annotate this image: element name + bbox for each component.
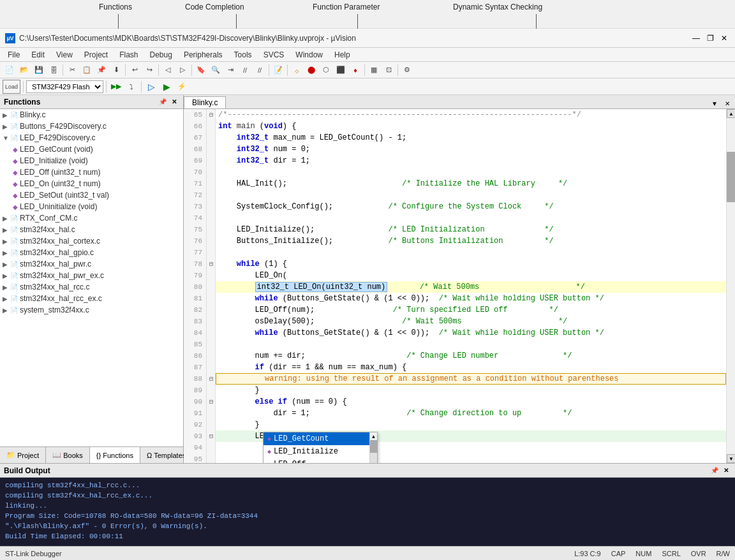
nav-back-btn[interactable]: ◁ (161, 63, 175, 77)
tree-item-hal-rcc[interactable]: ▶ 📄 stm32f4xx_hal_rcc.c (0, 281, 183, 293)
code-vertical-scrollbar[interactable]: ▲ ▼ (726, 109, 735, 463)
tree-item-led-on[interactable]: ◆ LED_On (uint32_t num) (0, 178, 183, 189)
app-icon: µV (5, 33, 15, 43)
open-file-btn[interactable]: 📂 (17, 63, 31, 77)
tree-item-rtx[interactable]: ▶ 📄 RTX_Conf_CM.c (0, 212, 183, 224)
magic-btn[interactable]: ⚡ (175, 80, 189, 94)
step-btn[interactable]: ⤵ (124, 80, 138, 94)
target-dropdown[interactable]: STM32F429 Flash (26, 80, 103, 93)
close-button[interactable]: ✕ (718, 33, 730, 44)
tree-item-hal-gpio[interactable]: ▶ 📄 stm32f4xx_hal_gpio.c (0, 247, 183, 258)
ln-82: 82 (188, 304, 202, 316)
tree-item-led-uninit[interactable]: ◆ LED_Uninitialize (void) (0, 201, 183, 212)
tree-item-hal-pwr-ex[interactable]: ▶ 📄 stm32f4xx_hal_pwr_ex.c (0, 270, 183, 281)
tree-item-hal[interactable]: ▶ 📄 stm32f4xx_hal.c (0, 224, 183, 235)
ln-88: 88 (188, 373, 202, 385)
tree-item-hal-cortex[interactable]: ▶ 📄 stm32f4xx_hal_cortex.c (0, 235, 183, 247)
tree-item-led-getcount[interactable]: ◆ LED_GetCount (void) (0, 144, 183, 155)
tree-item-led-setout[interactable]: ◆ LED_SetOut (uint32_t val) (0, 189, 183, 201)
build2-btn[interactable]: ⬤ (304, 63, 318, 77)
build-output-content[interactable]: compiling stm32f4xx_hal_rcc.c... compili… (0, 478, 735, 546)
comment-btn[interactable]: // (238, 63, 252, 77)
redo-btn[interactable]: ↪ (142, 63, 156, 77)
tree-item-label: LED_F429Discovery.c (20, 133, 96, 142)
settings-btn[interactable]: ⚙ (400, 63, 414, 77)
tree-item-buttons[interactable]: ▶ 📄 Buttons_F429Discovery.c (0, 121, 183, 132)
bookmark-btn[interactable]: 🔖 (194, 63, 208, 77)
ac-icon: ◆ (267, 461, 271, 463)
find-btn[interactable]: 🔍 (209, 63, 223, 77)
build1-btn[interactable]: ⬦ (290, 63, 304, 77)
save-all-btn[interactable]: 🗄 (47, 63, 61, 77)
menu-project[interactable]: Project (79, 49, 113, 61)
build-close-btn[interactable]: ✕ (721, 466, 731, 476)
tree-item-hal-rcc-ex[interactable]: ▶ 📄 stm32f4xx_hal_rcc_ex.c (0, 293, 183, 304)
view1-btn[interactable]: ▦ (367, 63, 381, 77)
code-editor[interactable]: 65 66 67 68 69 70 71 72 73 74 75 76 (184, 109, 726, 463)
run-btn[interactable]: ▶▶ (109, 80, 123, 94)
tree-item-blinky[interactable]: ▶ 📄 Blinky.c (0, 109, 183, 121)
tree-item-label: stm32f4xx_hal_rcc.c (20, 283, 89, 291)
menu-svcs[interactable]: SVCS (258, 49, 290, 61)
copy-btn[interactable]: 📋 (80, 63, 94, 77)
cut-btn[interactable]: ✂ (65, 63, 79, 77)
code-content[interactable]: /*--------------------------------------… (216, 109, 726, 463)
ac-scrollbar[interactable]: ▲ ▼ (369, 432, 377, 463)
paste-btn[interactable]: 📌 (94, 63, 108, 77)
debug-start-btn[interactable]: ▷ (144, 80, 158, 94)
menu-edit[interactable]: Edit (26, 49, 50, 61)
build-line-3: linking... (5, 501, 730, 511)
ln-90: 90 (188, 396, 202, 408)
tab-project[interactable]: 📁 Project (0, 447, 46, 463)
nav-forward-btn[interactable]: ▷ (175, 63, 189, 77)
indent-all-btn[interactable]: ⇥ (223, 63, 237, 77)
undo-btn[interactable]: ↩ (128, 63, 142, 77)
tree-item-led-initialize[interactable]: ◆ LED_Initialize (void) (0, 155, 183, 166)
ac-icon: ◆ (267, 435, 271, 443)
new-file-btn[interactable]: 📄 (3, 63, 17, 77)
maximize-button[interactable]: ❐ (704, 33, 716, 44)
menu-peripherals[interactable]: Peripherals (179, 49, 228, 61)
build4-btn[interactable]: ⬛ (334, 63, 348, 77)
file-icon: 📄 (10, 307, 18, 314)
menu-view[interactable]: View (51, 49, 78, 61)
panel-close-btn[interactable]: ✕ (169, 97, 179, 107)
tab-functions[interactable]: {} Functions (90, 447, 140, 463)
build5-btn[interactable]: ♦ (348, 63, 362, 77)
ac-scroll-up[interactable]: ▲ (370, 432, 377, 440)
debug-run-btn[interactable]: ▶ (160, 80, 174, 94)
panel-pin-btn[interactable]: 📌 (158, 97, 168, 107)
view2-btn[interactable]: ⊡ (382, 63, 396, 77)
code-line-66: int main (void) { (216, 121, 726, 132)
uncomment-btn[interactable]: // (253, 63, 267, 77)
menu-debug[interactable]: Debug (145, 49, 177, 61)
indent-btn[interactable]: ⬇ (109, 63, 123, 77)
code-tab-pin-btn[interactable]: ▼ (709, 98, 720, 108)
code-tab-blinky[interactable]: Blinky.c (184, 96, 226, 108)
menu-help[interactable]: Help (329, 49, 355, 61)
minimize-button[interactable]: — (690, 33, 702, 44)
menu-tools[interactable]: Tools (229, 49, 257, 61)
menu-file[interactable]: File (3, 49, 25, 61)
build3-btn[interactable]: ⬡ (319, 63, 333, 77)
menu-window[interactable]: Window (290, 49, 328, 61)
build-pin-btn[interactable]: 📌 (709, 466, 720, 476)
ac-item-led-initialize[interactable]: ◆ LED_Initialize (264, 445, 369, 458)
save-btn[interactable]: 💾 (32, 63, 46, 77)
ac-item-led-off[interactable]: ◆ LED_Off (264, 458, 369, 463)
ac-item-led-getcount[interactable]: ◆ LED_GetCount (264, 432, 369, 445)
code-tab-label: Blinky.c (192, 98, 218, 107)
menu-flash[interactable]: Flash (114, 49, 143, 61)
tree-item-led-off[interactable]: ◆ LED_Off (uint32_t num) (0, 166, 183, 178)
tab-books[interactable]: 📖 Books (46, 447, 90, 463)
code-tab-close-btn[interactable]: ✕ (722, 98, 732, 108)
scroll-down-btn[interactable]: ▼ (727, 454, 735, 463)
func-icon: ◆ (13, 192, 18, 199)
tree-item-system[interactable]: ▶ 📄 system_stm32f4xx.c (0, 304, 183, 316)
tree-item-led-discovery[interactable]: ▼ 📄 LED_F429Discovery.c (0, 132, 183, 144)
tree-item-hal-pwr[interactable]: ▶ 📄 stm32f4xx_hal_pwr.c (0, 258, 183, 270)
load-btn[interactable]: Load (3, 80, 20, 94)
menu-bar: File Edit View Project Flash Debug Perip… (0, 48, 735, 62)
insert-btn[interactable]: 📝 (271, 63, 285, 77)
scroll-up-btn[interactable]: ▲ (727, 109, 735, 118)
